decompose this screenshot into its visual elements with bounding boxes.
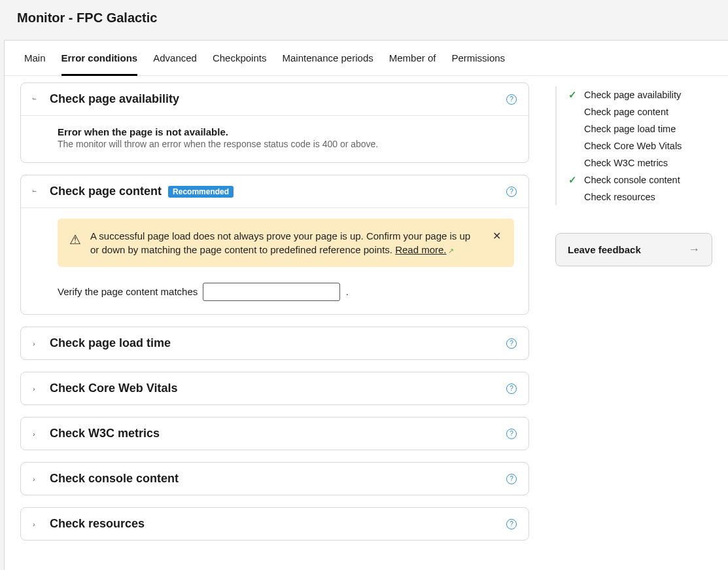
panel-console-header[interactable]: › Check console content ?	[21, 463, 529, 495]
expand-icon: ›	[33, 475, 43, 483]
nav-item-label: Check resources	[584, 192, 655, 202]
nav-item-check-page-content[interactable]: ✓Check page content	[557, 103, 712, 120]
panel-w3c-header[interactable]: › Check W3C metrics ?	[21, 418, 529, 450]
expand-icon: ›	[33, 340, 43, 347]
check-icon: ✓	[568, 175, 578, 185]
availability-subtext: The monitor will throw an error when the…	[58, 139, 514, 149]
panel-content-header[interactable]: ⌐ Check page content Recommended ?	[21, 175, 529, 207]
tab-bar: MainError conditionsAdvancedCheckpointsM…	[5, 41, 728, 76]
expand-icon: ›	[33, 430, 43, 438]
arrow-right-icon: →	[688, 243, 700, 257]
panel-resources: › Check resources ?	[20, 507, 529, 541]
warning-icon: ⚠	[69, 230, 81, 249]
content-match-input[interactable]	[203, 283, 340, 301]
panel-cwv-header[interactable]: › Check Core Web Vitals ?	[21, 372, 529, 404]
nav-item-label: Check page content	[584, 107, 668, 117]
tab-advanced[interactable]: Advanced	[153, 41, 197, 76]
collapse-icon: ⌐	[33, 188, 43, 195]
panel-availability: ⌐ Check page availability ? Error when t…	[20, 82, 529, 163]
check-icon: ✓	[568, 90, 578, 100]
content-info-alert: ⚠ A successful page load does not always…	[58, 219, 514, 267]
panel-cwv-title: Check Core Web Vitals	[50, 382, 177, 395]
nav-item-label: Check page load time	[584, 124, 676, 134]
section-nav: ✓Check page availability✓Check page cont…	[555, 86, 712, 205]
help-icon[interactable]: ?	[506, 383, 517, 394]
alert-close-button[interactable]: ✕	[490, 229, 504, 243]
help-icon[interactable]: ?	[506, 338, 517, 349]
panel-resources-header[interactable]: › Check resources ?	[21, 508, 529, 540]
form-prefix-label: Verify the page content matches	[58, 286, 198, 297]
panel-resources-title: Check resources	[50, 517, 145, 531]
form-suffix-label: .	[346, 286, 349, 297]
external-link-icon: ↗	[448, 247, 454, 255]
panel-loadtime: › Check page load time ?	[20, 327, 529, 360]
panel-console-title: Check console content	[50, 472, 179, 486]
nav-item-check-console-content[interactable]: ✓Check console content	[557, 171, 712, 188]
panel-console: › Check console content ?	[20, 462, 529, 495]
nav-item-check-resources[interactable]: ✓Check resources	[557, 188, 712, 205]
panel-w3c: › Check W3C metrics ?	[20, 417, 529, 450]
tab-member-of[interactable]: Member of	[389, 41, 436, 76]
help-icon[interactable]: ?	[506, 429, 517, 439]
nav-item-label: Check console content	[584, 175, 680, 185]
nav-item-label: Check page availability	[584, 90, 681, 100]
nav-item-label: Check Core Web Vitals	[584, 141, 682, 151]
panel-availability-header[interactable]: ⌐ Check page availability ?	[21, 83, 529, 115]
nav-item-label: Check W3C metrics	[584, 158, 668, 168]
recommended-badge: Recommended	[168, 186, 234, 198]
help-icon[interactable]: ?	[506, 94, 517, 105]
nav-item-check-w3c-metrics[interactable]: ✓Check W3C metrics	[557, 154, 712, 171]
panel-content: ⌐ Check page content Recommended ? ⚠ A s…	[20, 175, 529, 315]
content-match-form: Verify the page content matches .	[58, 283, 514, 301]
panel-availability-title: Check page availability	[50, 92, 179, 106]
nav-item-check-core-web-vitals[interactable]: ✓Check Core Web Vitals	[557, 137, 712, 154]
expand-icon: ›	[33, 385, 43, 393]
tab-permissions[interactable]: Permissions	[451, 41, 505, 76]
page-title: Monitor - FPC Galactic	[17, 10, 711, 26]
tab-maintenance-periods[interactable]: Maintenance periods	[282, 41, 373, 76]
availability-subheading: Error when the page is not available.	[58, 126, 514, 137]
panel-w3c-title: Check W3C metrics	[50, 427, 160, 440]
nav-item-check-page-availability[interactable]: ✓Check page availability	[557, 86, 712, 103]
panel-content-title: Check page content	[50, 185, 162, 198]
feedback-label: Leave feedback	[568, 244, 641, 255]
panel-cwv: › Check Core Web Vitals ?	[20, 372, 529, 405]
panel-loadtime-title: Check page load time	[50, 336, 171, 350]
help-icon[interactable]: ?	[506, 187, 517, 197]
collapse-icon: ⌐	[33, 96, 43, 103]
leave-feedback-button[interactable]: Leave feedback →	[555, 233, 712, 266]
help-icon[interactable]: ?	[506, 519, 517, 529]
read-more-link[interactable]: Read more.	[395, 244, 446, 255]
help-icon[interactable]: ?	[506, 474, 517, 484]
nav-item-check-page-load-time[interactable]: ✓Check page load time	[557, 120, 712, 137]
tab-error-conditions[interactable]: Error conditions	[61, 41, 138, 76]
expand-icon: ›	[33, 520, 43, 528]
tab-main[interactable]: Main	[24, 41, 46, 76]
panel-loadtime-header[interactable]: › Check page load time ?	[21, 327, 529, 359]
tab-checkpoints[interactable]: Checkpoints	[213, 41, 267, 76]
